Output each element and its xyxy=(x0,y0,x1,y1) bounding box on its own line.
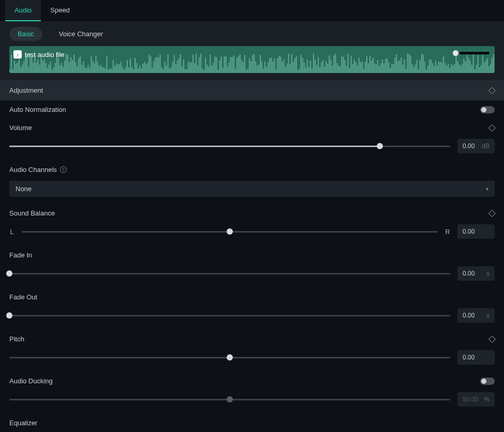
fade-in-slider-row: 0.00s xyxy=(0,264,504,288)
svg-rect-87 xyxy=(145,64,146,74)
svg-rect-248 xyxy=(397,61,398,73)
audio-waveform[interactable]: ♪ test audio file xyxy=(9,46,495,73)
svg-rect-146 xyxy=(238,56,239,73)
volume-slider[interactable] xyxy=(9,146,450,147)
svg-rect-253 xyxy=(406,69,407,73)
pitch-slider-row: 0.00 xyxy=(0,348,504,372)
svg-rect-72 xyxy=(122,67,123,74)
audio-ducking-slider[interactable] xyxy=(9,399,450,400)
audio-channels-row: Audio Channels ? xyxy=(0,161,504,179)
adjustment-title: Adjustment xyxy=(9,87,43,94)
svg-rect-176 xyxy=(285,67,286,73)
audio-channels-select[interactable]: None ▾ xyxy=(9,181,495,197)
svg-rect-240 xyxy=(385,59,386,73)
subtab-basic[interactable]: Basic xyxy=(9,27,42,41)
sound-balance-label: Sound Balance xyxy=(9,209,55,217)
subtab-voice-changer[interactable]: Voice Changer xyxy=(51,27,111,41)
waveform-trim-handle[interactable] xyxy=(453,50,490,56)
svg-rect-97 xyxy=(161,67,162,73)
fade-out-slider[interactable] xyxy=(9,315,450,316)
svg-rect-61 xyxy=(105,68,106,73)
svg-rect-137 xyxy=(224,56,225,73)
svg-rect-82 xyxy=(138,68,139,73)
pitch-slider[interactable] xyxy=(9,357,450,358)
keyframe-icon[interactable] xyxy=(488,209,496,217)
svg-rect-306 xyxy=(488,66,490,73)
svg-rect-26 xyxy=(50,62,51,73)
svg-rect-232 xyxy=(373,58,374,73)
svg-rect-76 xyxy=(128,67,129,73)
svg-rect-68 xyxy=(116,64,117,73)
sound-balance-slider[interactable] xyxy=(22,231,438,233)
balance-right-label: R xyxy=(445,228,450,236)
svg-rect-156 xyxy=(254,54,255,73)
svg-rect-187 xyxy=(302,58,303,73)
svg-rect-239 xyxy=(383,63,384,73)
svg-rect-280 xyxy=(448,64,449,73)
audio-ducking-toggle[interactable] xyxy=(480,378,495,385)
svg-rect-243 xyxy=(390,68,391,73)
auto-normalization-toggle[interactable] xyxy=(480,106,495,113)
equalizer-row: Equalizer xyxy=(0,414,504,427)
svg-rect-301 xyxy=(481,65,482,73)
help-icon[interactable]: ? xyxy=(60,166,67,173)
svg-rect-252 xyxy=(404,59,405,73)
svg-rect-258 xyxy=(413,67,414,73)
svg-rect-288 xyxy=(460,66,461,74)
svg-rect-222 xyxy=(357,65,358,73)
svg-rect-69 xyxy=(117,65,118,74)
sound-balance-value[interactable]: 0.00 xyxy=(457,224,495,239)
svg-rect-245 xyxy=(393,64,394,73)
svg-rect-93 xyxy=(155,57,156,73)
svg-rect-238 xyxy=(382,60,383,73)
svg-rect-136 xyxy=(223,67,224,73)
svg-rect-86 xyxy=(144,62,145,74)
svg-rect-266 xyxy=(426,69,427,73)
volume-value[interactable]: 0.00dB xyxy=(457,139,495,153)
svg-rect-70 xyxy=(119,64,120,73)
svg-rect-295 xyxy=(471,65,472,73)
svg-rect-141 xyxy=(230,57,231,73)
clip-name: test audio file xyxy=(25,51,65,59)
fade-out-value[interactable]: 0.00s xyxy=(457,308,495,323)
svg-rect-250 xyxy=(401,57,402,74)
pitch-value[interactable]: 0.00 xyxy=(457,350,495,365)
svg-rect-192 xyxy=(310,61,311,73)
svg-rect-59 xyxy=(102,67,103,73)
keyframe-icon[interactable] xyxy=(488,87,496,94)
svg-rect-163 xyxy=(264,62,265,74)
svg-rect-142 xyxy=(232,57,233,73)
pitch-label: Pitch xyxy=(9,335,24,343)
content-scroll[interactable]: Adjustment Auto Normalization Volume 0.0… xyxy=(0,80,504,427)
svg-rect-34 xyxy=(63,67,64,73)
svg-rect-290 xyxy=(463,59,464,73)
svg-rect-7 xyxy=(20,67,21,73)
svg-rect-19 xyxy=(39,65,40,73)
svg-rect-9 xyxy=(23,61,24,73)
svg-rect-161 xyxy=(261,61,262,73)
svg-rect-47 xyxy=(83,62,84,73)
svg-rect-233 xyxy=(374,63,375,73)
svg-rect-37 xyxy=(67,55,68,74)
tab-speed[interactable]: Speed xyxy=(41,0,79,21)
keyframe-icon[interactable] xyxy=(488,124,496,131)
svg-rect-85 xyxy=(142,64,143,73)
svg-rect-220 xyxy=(354,60,355,73)
svg-rect-210 xyxy=(338,65,339,73)
fade-in-slider[interactable] xyxy=(9,273,450,275)
svg-rect-205 xyxy=(330,60,331,74)
svg-rect-132 xyxy=(216,57,217,73)
svg-rect-89 xyxy=(149,54,150,73)
svg-rect-67 xyxy=(114,66,115,73)
svg-rect-217 xyxy=(349,68,350,73)
svg-rect-131 xyxy=(214,56,215,73)
svg-rect-125 xyxy=(205,58,206,73)
svg-rect-42 xyxy=(75,63,76,74)
svg-rect-305 xyxy=(487,58,488,73)
svg-rect-197 xyxy=(318,57,319,73)
svg-rect-183 xyxy=(296,56,297,74)
keyframe-icon[interactable] xyxy=(488,335,496,342)
svg-rect-53 xyxy=(92,61,93,73)
tab-audio[interactable]: Audio xyxy=(5,0,41,21)
fade-in-value[interactable]: 0.00s xyxy=(457,266,495,281)
